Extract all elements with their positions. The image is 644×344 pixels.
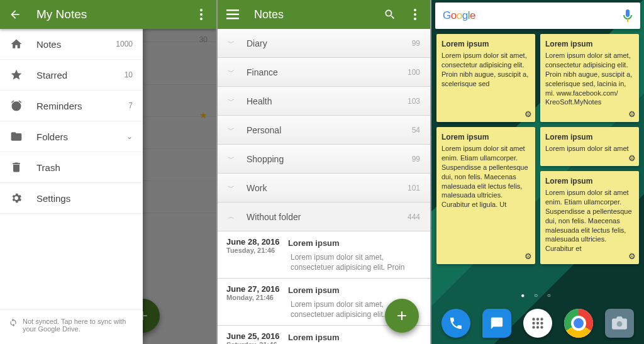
dock-chrome[interactable] xyxy=(564,309,593,338)
svg-point-2 xyxy=(200,18,203,20)
svg-point-16 xyxy=(540,322,543,325)
hamburger-icon[interactable] xyxy=(225,7,240,22)
sticky-note-widget[interactable]: Lorem ipsumLorem ipsum dolor sit amet, c… xyxy=(540,34,639,122)
sticky-body: Lorem ipsum dolor sit amet xyxy=(545,144,634,153)
folder-diary[interactable]: ﹀Diary99 xyxy=(218,29,430,58)
note-date: June 25, 2016Saturday, 21:46 xyxy=(226,331,288,344)
svg-point-7 xyxy=(414,13,416,16)
folder-name: Shopping xyxy=(247,154,412,164)
note-title: Lorem ipsum xyxy=(288,333,340,342)
svg-point-12 xyxy=(536,318,539,320)
svg-rect-3 xyxy=(226,9,239,11)
folder-name: Diary xyxy=(247,38,412,48)
svg-point-0 xyxy=(200,9,203,11)
fab-add-note[interactable]: + xyxy=(385,299,419,333)
note-title: Lorem ipsum xyxy=(288,286,340,295)
overflow-icon[interactable] xyxy=(408,7,423,22)
folder-count: 444 xyxy=(408,213,420,221)
sticky-title: Lorem ipsum xyxy=(441,39,530,49)
drawer-label: Notes xyxy=(36,39,116,50)
drawer-item-folders[interactable]: Folders⌄ xyxy=(0,121,143,152)
sticky-note-widget[interactable]: Lorem ipsumLorem ipsum dolor sit amet⚙ xyxy=(540,127,639,166)
google-logo: Google xyxy=(443,9,475,22)
note-preview: Lorem ipsum dolor sit amet, consectetuer… xyxy=(291,253,421,272)
drawer-label: Settings xyxy=(36,193,133,204)
overflow-icon[interactable] xyxy=(194,7,209,22)
drawer-item-settings[interactable]: Settings xyxy=(0,183,143,214)
drawer-count: 10 xyxy=(125,70,133,79)
app-title: My Notes xyxy=(36,8,194,21)
drawer-label: Reminders xyxy=(36,101,128,111)
google-search-bar[interactable]: Google xyxy=(435,3,640,29)
drawer-label: Trash xyxy=(36,162,133,173)
folder-count: 100 xyxy=(408,68,420,77)
drawer-item-notes[interactable]: Notes1000 xyxy=(0,29,143,60)
dock xyxy=(431,302,644,344)
gear-icon[interactable]: ⚙ xyxy=(628,251,636,262)
drawer-label: Folders xyxy=(36,131,126,142)
sticky-title: Lorem ipsum xyxy=(545,132,634,142)
folder-icon xyxy=(10,130,24,143)
gear-icon[interactable]: ⚙ xyxy=(525,109,532,120)
app-title: Notes xyxy=(254,8,382,21)
drawer-count: ⌄ xyxy=(126,132,133,141)
chevron-up-icon: ︿ xyxy=(228,212,236,221)
sync-icon xyxy=(9,318,18,327)
drawer-item-reminders[interactable]: Reminders7 xyxy=(0,91,143,121)
drawer-item-trash[interactable]: Trash xyxy=(0,152,143,183)
sticky-note-widget[interactable]: Lorem ipsumLorem ipsum dolor sit amet, c… xyxy=(436,34,535,122)
dock-messages[interactable] xyxy=(482,309,511,338)
folder-count: 99 xyxy=(412,39,420,48)
app-bar: My Notes xyxy=(0,0,216,29)
folder-count: 101 xyxy=(408,184,420,192)
mic-icon[interactable] xyxy=(623,9,633,23)
note-date: June 27, 2016Monday, 21:46 xyxy=(226,284,288,301)
home-icon xyxy=(10,38,24,50)
folder-name: Health xyxy=(247,96,408,106)
folder-finance[interactable]: ﹀Finance100 xyxy=(218,58,430,87)
pane-drawer-screen: My Notes 30sit amet, iscing elit. Proin⏰… xyxy=(0,0,216,344)
chevron-down-icon: ﹀ xyxy=(228,96,236,106)
folder-personal[interactable]: ﹀Personal54 xyxy=(218,116,430,145)
sticky-note-widget[interactable]: Lorem ipsumLorem ipsum dolor sit amet en… xyxy=(540,171,639,264)
gear-icon[interactable]: ⚙ xyxy=(628,109,636,120)
dock-phone[interactable] xyxy=(441,309,470,338)
drawer-item-starred[interactable]: Starred10 xyxy=(0,60,143,91)
dock-apps[interactable] xyxy=(523,309,552,338)
dock-camera[interactable] xyxy=(605,309,634,338)
sticky-title: Lorem ipsum xyxy=(441,132,530,142)
gear-icon[interactable]: ⚙ xyxy=(525,251,532,262)
alarm-icon xyxy=(10,99,24,112)
folder-health[interactable]: ﹀Health103 xyxy=(218,87,430,116)
svg-point-14 xyxy=(532,322,535,325)
svg-point-6 xyxy=(414,9,416,11)
gear-icon[interactable]: ⚙ xyxy=(628,153,636,164)
folder-name: Personal xyxy=(247,125,412,135)
sticky-note-widget[interactable]: Lorem ipsumLorem ipsum dolor sit amet en… xyxy=(436,127,535,264)
svg-point-17 xyxy=(532,326,535,328)
sync-text: Not synced. Tap here to sync with your G… xyxy=(23,318,134,333)
search-icon[interactable] xyxy=(382,7,397,22)
svg-point-15 xyxy=(536,322,539,325)
folder-count: 54 xyxy=(412,126,420,135)
folder-name: Work xyxy=(247,183,408,193)
sticky-title: Lorem ipsum xyxy=(545,39,634,49)
folder-name: Without folder xyxy=(247,212,408,222)
folder-without-folder[interactable]: ︿Without folder444 xyxy=(218,203,430,231)
chevron-down-icon: ﹀ xyxy=(228,154,236,164)
svg-rect-4 xyxy=(226,14,239,16)
sticky-body: Lorem ipsum dolor sit amet enim. Etiam u… xyxy=(545,188,634,253)
folder-shopping[interactable]: ﹀Shopping99 xyxy=(218,145,430,174)
back-icon[interactable] xyxy=(8,7,23,22)
drawer-count: 1000 xyxy=(116,40,133,48)
drawer-label: Starred xyxy=(36,70,125,80)
pane-folders-screen: Notes ﹀Diary99﹀Finance100﹀Health103﹀Pers… xyxy=(216,0,431,344)
star-icon xyxy=(10,69,24,81)
folder-work[interactable]: ﹀Work101 xyxy=(218,174,430,203)
gear-icon xyxy=(10,192,24,204)
svg-rect-10 xyxy=(627,19,628,22)
chevron-down-icon: ﹀ xyxy=(228,125,236,135)
widget-grid: Lorem ipsumLorem ipsum dolor sit amet, c… xyxy=(436,34,639,287)
sync-status[interactable]: Not synced. Tap here to sync with your G… xyxy=(0,309,143,344)
note-item[interactable]: June 28, 2016Tuesday, 21:46Lorem ipsumLo… xyxy=(218,231,430,279)
